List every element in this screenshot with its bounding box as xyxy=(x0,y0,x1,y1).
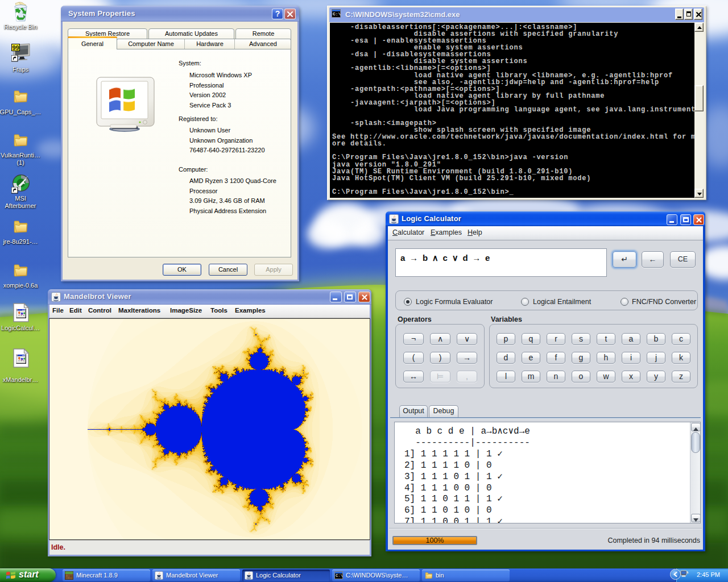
svg-text:99: 99 xyxy=(12,44,19,51)
